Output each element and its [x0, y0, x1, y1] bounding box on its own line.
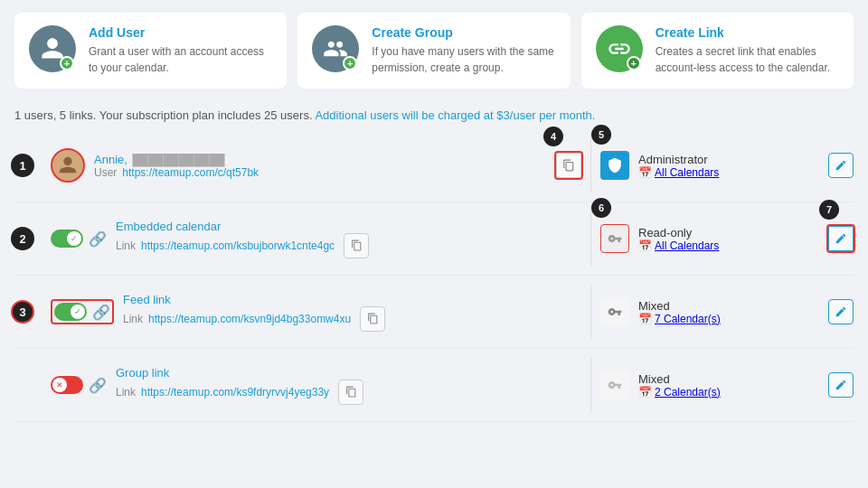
add-user-desc: Grant a user with an account access to y…: [89, 43, 272, 76]
row-2-calendar: 📅 All Calendars: [638, 239, 819, 252]
row-1-left: Annie, ████████████ User https://teamup.…: [33, 148, 581, 183]
row-1-url[interactable]: https://teamup.com/c/qt57bk: [122, 166, 259, 179]
row-4-toggle[interactable]: [51, 376, 83, 394]
row-2-url-area: Link https://teamup.com/ksbujborwk1cnte4…: [116, 233, 581, 258]
badge-2: 2: [11, 227, 34, 250]
row-2-name: Embedded calendar: [116, 220, 581, 233]
row-4-divider: [590, 358, 591, 412]
avatar: [51, 148, 85, 183]
create-link-plus-badge: +: [627, 56, 641, 70]
create-group-desc: If you have many users with the same per…: [372, 43, 555, 76]
create-link-card[interactable]: + Create Link Creates a secret link that…: [581, 13, 854, 89]
row-4-name-link[interactable]: Group link: [116, 366, 169, 380]
info-bar: 1 users, 5 links. Your subscription plan…: [0, 101, 868, 129]
row-4-calendar: 📅 2 Calendar(s): [638, 386, 819, 399]
info-bar-text: 1 users, 5 links. Your subscription plan…: [14, 108, 313, 122]
row-2-role: Read-only 📅 All Calendars: [638, 226, 819, 252]
row-2-edit-area: 7: [828, 226, 854, 251]
table-row: 1 Annie, ████████████ User https://teamu…: [14, 129, 854, 202]
row-4-calendar-link[interactable]: 2 Calendar(s): [655, 386, 721, 399]
create-group-title: Create Group: [372, 25, 555, 40]
badge-5: 5: [591, 125, 611, 145]
row-4-toggle-knob: [52, 378, 67, 392]
row-2-role-name: Read-only: [638, 226, 819, 239]
add-user-card[interactable]: + Add User Grant a user with an account …: [14, 13, 287, 89]
create-link-desc: Creates a secret link that enables accou…: [656, 43, 839, 76]
row-4-perm-icon: [600, 371, 629, 399]
create-group-icon: +: [312, 25, 359, 72]
badge-1: 1: [11, 154, 34, 177]
info-bar-link[interactable]: Additional users will be charged at $3/u…: [315, 108, 595, 122]
row-1-divider: [590, 138, 591, 192]
row-4-url[interactable]: https://teamup.com/ks9fdryrvvj4yeg33y: [141, 386, 329, 399]
badge-3: 3: [11, 300, 34, 324]
row-2-url[interactable]: https://teamup.com/ksbujborwk1cnte4gc: [141, 239, 335, 252]
row-2-link-icon: 🔗: [89, 230, 107, 248]
table-row: 2 🔗 Embedded calendar Link https://teamu…: [14, 202, 854, 276]
row-2-calendar-link[interactable]: All Calendars: [655, 239, 719, 252]
row-3-info: Feed link Link https://teamup.com/ksvn9j…: [123, 293, 581, 332]
row-3-divider: [590, 285, 591, 339]
badge-7: 7: [819, 200, 839, 220]
row-3-name-link[interactable]: Feed link: [123, 293, 171, 306]
row-2-toggle[interactable]: [51, 230, 83, 248]
row-2-name-link[interactable]: Embedded calendar: [116, 220, 221, 233]
row-3-role-name: Mixed: [638, 299, 819, 313]
row-4-role-name: Mixed: [638, 372, 819, 386]
badge-4: 4: [543, 127, 563, 146]
row-4-name: Group link: [116, 366, 581, 380]
users-list: 1 Annie, ████████████ User https://teamu…: [0, 129, 868, 422]
add-user-title: Add User: [89, 25, 272, 40]
row-4-left: 🔗 Group link Link https://teamup.com/ks9…: [33, 366, 581, 405]
row-1-name: Annie, ████████████: [94, 153, 540, 166]
row-3-edit-button[interactable]: [828, 299, 854, 324]
row-2-perm-area: 6: [600, 224, 629, 253]
row-4-edit-button[interactable]: [828, 372, 854, 398]
create-link-content: Create Link Creates a secret link that e…: [656, 25, 839, 76]
row-1-copy-button[interactable]: [556, 153, 581, 178]
create-group-card[interactable]: + Create Group If you have many users wi…: [297, 13, 570, 89]
row-1-perm-area: 5: [600, 151, 629, 180]
row-3-perm-icon: [600, 297, 629, 326]
add-user-plus-badge: +: [60, 56, 74, 70]
row-3-toggle-knob: [71, 305, 85, 319]
row-3-url[interactable]: https://teamup.com/ksvn9jd4bg33omw4xu: [148, 313, 351, 325]
table-row: 🔗 Group link Link https://teamup.com/ks9…: [14, 349, 854, 422]
row-1-calendar-link[interactable]: All Calendars: [655, 166, 719, 179]
create-group-content: Create Group If you have many users with…: [372, 25, 555, 76]
row-3-role: Mixed 📅 7 Calendar(s): [638, 299, 819, 325]
row-1-edit-button[interactable]: [828, 153, 854, 178]
row-1-role-name: Administrator: [638, 153, 819, 166]
row-2-left: 🔗 Embedded calendar Link https://teamup.…: [33, 220, 581, 258]
row-2-edit-button[interactable]: [828, 226, 854, 251]
row-3-link-icon: 🔗: [92, 304, 110, 321]
row-3-copy-button[interactable]: [360, 306, 385, 332]
row-3-type: Link: [123, 313, 143, 325]
row-1-name-link[interactable]: Annie,: [94, 153, 127, 166]
row-1-info: Annie, ████████████ User https://teamup.…: [94, 153, 540, 179]
add-user-content: Add User Grant a user with an account ac…: [89, 25, 272, 76]
row-1-role: Administrator 📅 All Calendars: [638, 153, 819, 179]
create-group-plus-badge: +: [343, 56, 357, 70]
row-4-role: Mixed 📅 2 Calendar(s): [638, 372, 819, 399]
row-3-name: Feed link: [123, 293, 581, 306]
row-3-calendar-link[interactable]: 7 Calendar(s): [655, 313, 721, 325]
row-1-right: 5 Administrator 📅 All Calendars: [600, 151, 854, 180]
row-4-toggle-area: 🔗: [51, 376, 107, 394]
row-1-type: User: [94, 166, 117, 179]
row-2-toggle-area: 🔗: [51, 230, 107, 248]
row-2-copy-button[interactable]: [344, 233, 369, 258]
row-2-divider: [590, 211, 591, 266]
row-4-url-area: Link https://teamup.com/ks9fdryrvvj4yeg3…: [116, 380, 581, 405]
row-4-link-icon: 🔗: [89, 377, 107, 394]
table-row: 3 🔗 Feed link Link https://teamup.com/ks…: [14, 276, 854, 349]
row-3-calendar: 📅 7 Calendar(s): [638, 313, 819, 325]
create-link-icon: +: [596, 25, 643, 72]
create-link-title: Create Link: [656, 25, 839, 40]
row-2-right: 6 Read-only 📅 All Calendars 7: [600, 224, 854, 253]
row-3-left: 🔗 Feed link Link https://teamup.com/ksvn…: [33, 293, 581, 332]
row-4-copy-button[interactable]: [338, 380, 363, 405]
row-3-toggle[interactable]: [54, 303, 87, 321]
add-user-icon: +: [29, 25, 76, 72]
row-1-copy-area: 4: [556, 153, 581, 178]
